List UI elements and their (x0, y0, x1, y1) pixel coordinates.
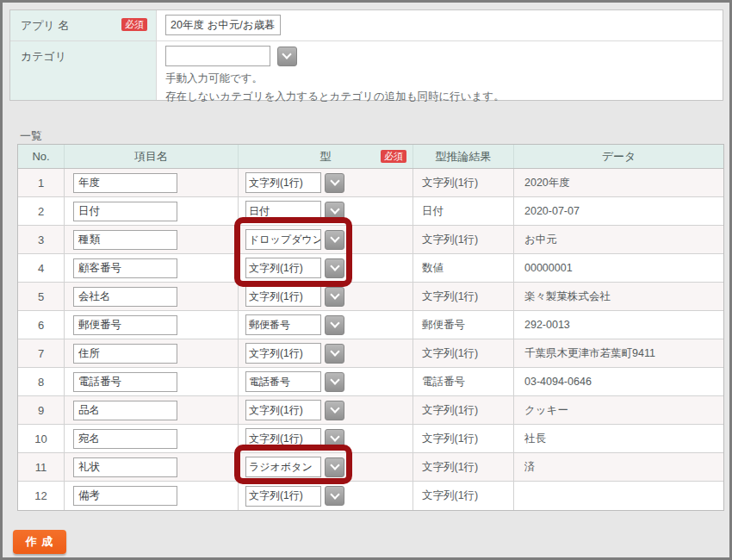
row-number: 12 (18, 482, 65, 510)
app-name-label-cell: アプリ 名 必須 (10, 10, 157, 40)
col-header-type: 型 必須 (239, 145, 413, 168)
field-name-input[interactable] (73, 230, 177, 250)
field-type-cell: ラジオボタン (239, 453, 413, 481)
app-name-content (157, 10, 723, 40)
row-number: 7 (18, 339, 65, 367)
type-dropdown-button[interactable] (325, 344, 344, 364)
row-number: 6 (18, 311, 65, 339)
table-row: 2 日付 日付 2020-07-07 (18, 197, 723, 226)
type-dropdown-button[interactable] (325, 287, 344, 307)
field-name-cell (65, 339, 239, 367)
chevron-down-icon (282, 49, 291, 59)
field-name-input[interactable] (73, 486, 177, 506)
inferred-type: 数値 (413, 254, 514, 282)
inferred-type: 文字列(1行) (413, 425, 514, 452)
chevron-down-icon (330, 233, 339, 242)
type-select-value[interactable]: 電話番号 (245, 371, 321, 392)
category-content: 手動入力可能です。 存在しないカテゴリを入力するとカテゴリの追加も同時に行います… (157, 41, 723, 100)
field-name-input[interactable] (73, 202, 177, 221)
field-name-input[interactable] (73, 287, 177, 307)
table-row: 10 文字列(1行) 文字列(1行) 社長 (18, 425, 723, 453)
data-value: クッキー (514, 396, 723, 424)
field-type-cell: 文字列(1行) (239, 254, 413, 282)
create-button[interactable]: 作 成 (13, 530, 66, 554)
field-name-input[interactable] (73, 429, 177, 449)
type-select[interactable]: 電話番号 (245, 371, 344, 392)
inferred-type: 日付 (413, 197, 514, 225)
chevron-down-icon (330, 204, 339, 214)
type-select[interactable]: ラジオボタン (245, 457, 344, 477)
field-name-input[interactable] (73, 315, 177, 335)
field-name-input[interactable] (73, 173, 177, 193)
type-select-value[interactable]: 文字列(1行) (245, 286, 321, 307)
table-header: No. 項目名 型 必須 型推論結果 データ (18, 145, 723, 169)
type-dropdown-button[interactable] (325, 315, 344, 335)
table-row: 6 郵便番号 郵便番号 292-0013 (18, 311, 723, 339)
field-name-input[interactable] (73, 344, 177, 364)
field-type-cell: 文字列(1行) (239, 425, 413, 452)
category-label: カテゴリ (21, 50, 66, 63)
list-section-label: 一覧 (20, 128, 42, 144)
field-name-input[interactable] (73, 372, 177, 392)
row-number: 3 (18, 226, 65, 253)
required-badge: 必須 (381, 150, 406, 163)
type-select[interactable]: 文字列(1行) (245, 286, 344, 307)
type-dropdown-button[interactable] (325, 173, 344, 193)
field-name-cell (65, 283, 239, 310)
type-select-value[interactable]: 文字列(1行) (245, 258, 321, 278)
chevron-down-icon (330, 375, 339, 384)
inferred-type: 文字列(1行) (413, 396, 514, 424)
table-row: 12 文字列(1行) 文字列(1行) (18, 482, 723, 510)
type-select-value[interactable]: 日付 (245, 201, 321, 221)
type-select[interactable]: 郵便番号 (245, 314, 344, 335)
type-select-value[interactable]: 文字列(1行) (245, 428, 321, 449)
chevron-down-icon (330, 289, 339, 299)
data-value: 292-0013 (514, 311, 723, 339)
type-select[interactable]: 文字列(1行) (245, 486, 344, 507)
col-header-inferred: 型推論結果 (413, 145, 514, 168)
type-dropdown-button[interactable] (325, 429, 344, 449)
type-select-value[interactable]: 文字列(1行) (245, 400, 321, 420)
inferred-type: 文字列(1行) (413, 453, 514, 481)
field-name-input[interactable] (73, 258, 177, 278)
table-row: 5 文字列(1行) 文字列(1行) 楽々製菓株式会社 (18, 283, 723, 311)
type-select-value[interactable]: ラジオボタン (245, 457, 321, 477)
data-value: 2020年度 (514, 169, 723, 196)
field-name-input[interactable] (73, 401, 177, 420)
category-dropdown-button[interactable] (277, 47, 297, 66)
type-dropdown-button[interactable] (325, 401, 344, 420)
type-select[interactable]: 文字列(1行) (245, 343, 344, 364)
type-select[interactable]: ドロップダウン (245, 229, 344, 250)
type-select-value[interactable]: 郵便番号 (245, 314, 321, 335)
type-select-value[interactable]: ドロップダウン (245, 229, 321, 250)
category-input[interactable] (165, 46, 270, 66)
required-badge: 必須 (121, 18, 147, 31)
data-value: 2020-07-07 (514, 197, 723, 225)
type-dropdown-button[interactable] (325, 258, 344, 278)
field-type-cell: 文字列(1行) (239, 169, 413, 196)
field-name-cell (65, 396, 239, 424)
type-select[interactable]: 文字列(1行) (245, 258, 344, 278)
type-select-value[interactable]: 文字列(1行) (245, 343, 321, 364)
type-dropdown-button[interactable] (325, 202, 344, 221)
type-dropdown-button[interactable] (325, 372, 344, 392)
data-value: 社長 (514, 425, 723, 452)
field-type-cell: 文字列(1行) (239, 339, 413, 367)
type-dropdown-button[interactable] (325, 457, 344, 477)
type-dropdown-button[interactable] (325, 486, 344, 506)
field-type-cell: 文字列(1行) (239, 283, 413, 310)
type-select[interactable]: 日付 (245, 201, 344, 221)
type-select[interactable]: 文字列(1行) (245, 428, 344, 449)
category-help-1: 手動入力可能です。 (165, 70, 714, 88)
type-select-value[interactable]: 文字列(1行) (245, 486, 321, 507)
app-name-label: アプリ 名 (21, 19, 70, 32)
app-name-input[interactable] (165, 15, 281, 35)
type-select[interactable]: 文字列(1行) (245, 400, 344, 420)
type-dropdown-button[interactable] (325, 230, 344, 250)
chevron-down-icon (330, 261, 339, 271)
chevron-down-icon (330, 460, 339, 470)
type-select-value[interactable]: 文字列(1行) (245, 172, 321, 193)
col-header-data: データ (514, 145, 723, 168)
type-select[interactable]: 文字列(1行) (245, 172, 344, 193)
field-name-input[interactable] (73, 457, 177, 477)
